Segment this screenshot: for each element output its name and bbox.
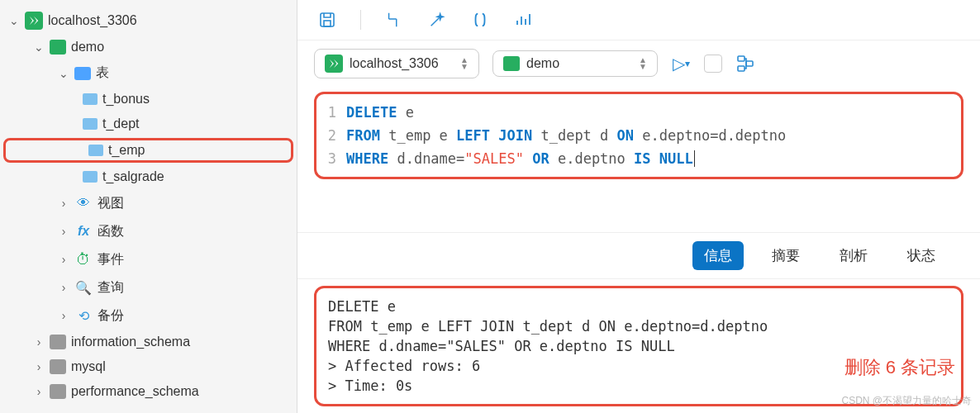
save-icon[interactable] (317, 10, 337, 30)
tree-events[interactable]: ⏱ 事件 (0, 245, 297, 273)
tree-queries[interactable]: 🔍 查询 (0, 273, 297, 301)
result-tabs: 信息 摘要 剖析 状态 (297, 232, 980, 279)
svg-rect-0 (321, 13, 334, 26)
chevron-right-icon (33, 360, 45, 373)
tree-table-t_bonus[interactable]: t_bonus (0, 87, 297, 112)
chevron-right-icon (33, 335, 45, 349)
explain-icon[interactable] (735, 54, 755, 74)
table-icon (88, 145, 103, 156)
chevron-down-icon (8, 14, 20, 27)
tree-views-label: 视图 (98, 195, 124, 212)
stepper-icon: ▲▼ (639, 57, 647, 70)
tree-backups[interactable]: ⟲ 备份 (0, 301, 297, 330)
tree-views[interactable]: 👁 视图 (0, 189, 297, 217)
svg-rect-4 (738, 66, 745, 71)
tree-table-t_dept[interactable]: t_dept (0, 112, 297, 136)
chevron-down-icon (58, 67, 69, 80)
beautify-icon[interactable] (427, 10, 447, 30)
tree-backups-label: 备份 (98, 307, 124, 325)
tree-queries-label: 查询 (98, 279, 124, 297)
annotation-text: 删除 6 条记录 (844, 355, 955, 380)
sidebar: localhost_3306 demo 表 t_bonus t_dept t_e… (0, 0, 297, 413)
tab-status[interactable]: 状态 (896, 241, 947, 270)
svg-rect-3 (746, 61, 753, 66)
tree-table-label: t_salgrade (102, 169, 164, 184)
chevron-right-icon (58, 253, 69, 266)
watermark: CSDN @不渴望力量的哈士奇 (841, 394, 972, 408)
tree-table-label: t_dept (102, 116, 139, 131)
line-gutter: 123 (316, 101, 346, 170)
tab-profile[interactable]: 剖析 (828, 241, 879, 270)
tables-icon (74, 67, 91, 80)
tree-database-mysql[interactable]: mysql (0, 354, 297, 379)
tree-db-label: performance_schema (71, 384, 199, 399)
separator (360, 10, 361, 30)
tree-tables-label: 表 (96, 64, 109, 82)
run-button[interactable]: ▷▾ (671, 54, 691, 74)
tree-connection-label: localhost_3306 (48, 13, 137, 28)
tree-tables-folder[interactable]: 表 (0, 59, 297, 87)
tree-table-label: t_bonus (102, 92, 150, 107)
backups-icon: ⟲ (74, 306, 93, 325)
database-icon (50, 40, 66, 55)
tree-functions-label: 函数 (98, 223, 124, 240)
table-icon (83, 93, 98, 105)
tree-functions[interactable]: fx 函数 (0, 217, 297, 245)
tree-table-t_emp[interactable]: t_emp (3, 138, 293, 163)
tree-db-label: demo (71, 40, 104, 55)
tree-database-information-schema[interactable]: information_schema (0, 330, 297, 354)
connection-icon (325, 55, 343, 73)
toolbar (297, 0, 980, 40)
tree-table-t_salgrade[interactable]: t_salgrade (0, 164, 297, 189)
chevron-right-icon (58, 197, 69, 210)
format-icon[interactable] (384, 10, 404, 30)
sql-code[interactable]: DELETE eFROM t_emp e LEFT JOIN t_dept d … (346, 101, 961, 170)
table-icon (83, 118, 98, 130)
context-selectors: localhost_3306 ▲▼ demo ▲▼ ▷▾ (297, 40, 980, 87)
database-icon (503, 56, 520, 71)
tree-database-demo[interactable]: demo (0, 35, 297, 59)
chevron-down-icon (33, 40, 45, 54)
connection-selector-label: localhost_3306 (350, 56, 439, 71)
chevron-right-icon (58, 309, 69, 322)
events-icon: ⏱ (74, 250, 93, 268)
svg-rect-2 (738, 56, 745, 61)
tree-db-label: mysql (71, 359, 106, 374)
database-selector-label: demo (526, 56, 559, 71)
output-log: DELETE e FROM t_emp e LEFT JOIN t_dept d… (314, 286, 963, 406)
queries-icon: 🔍 (74, 278, 93, 297)
tab-summary[interactable]: 摘要 (760, 241, 811, 270)
table-icon (83, 171, 98, 183)
chevron-right-icon (58, 225, 69, 238)
brackets-icon[interactable] (470, 10, 490, 30)
views-icon: 👁 (74, 194, 93, 212)
database-icon (50, 335, 66, 349)
tree-table-label: t_emp (108, 143, 145, 158)
database-selector[interactable]: demo ▲▼ (492, 50, 658, 77)
functions-icon: fx (74, 222, 93, 240)
tab-info[interactable]: 信息 (692, 241, 744, 270)
connection-selector[interactable]: localhost_3306 ▲▼ (314, 49, 479, 78)
svg-rect-1 (324, 21, 331, 26)
tree-db-label: information_schema (71, 335, 190, 349)
database-icon (50, 384, 66, 399)
stepper-icon: ▲▼ (460, 57, 469, 70)
main-panel: localhost_3306 ▲▼ demo ▲▼ ▷▾ 123 DELETE … (297, 0, 980, 413)
tree-database-performance-schema[interactable]: performance_schema (0, 379, 297, 404)
tree-connection[interactable]: localhost_3306 (0, 7, 297, 35)
database-icon (50, 359, 66, 374)
tree-events-label: 事件 (98, 251, 124, 268)
chevron-right-icon (58, 281, 69, 294)
analyze-icon[interactable] (513, 10, 533, 30)
connection-icon (25, 12, 43, 30)
chevron-right-icon (33, 385, 45, 398)
stop-checkbox[interactable] (704, 55, 722, 73)
sql-editor[interactable]: 123 DELETE eFROM t_emp e LEFT JOIN t_dep… (314, 92, 963, 179)
